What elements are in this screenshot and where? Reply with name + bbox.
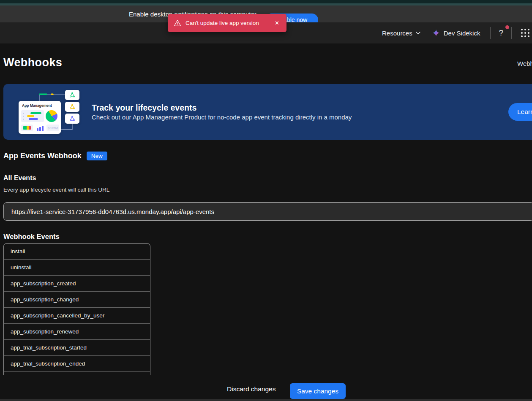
webhook-events-title: Webhook Events: [3, 233, 60, 241]
dev-sidekick-label: Dev Sidekick: [444, 30, 480, 37]
app-events-title: App Events Webhook: [3, 152, 82, 160]
bottom-strip: [0, 399, 532, 401]
banner-illustration: App Management $375M: [15, 89, 85, 135]
dev-sidekick-button[interactable]: Dev Sidekick: [432, 29, 480, 37]
discard-changes-button[interactable]: Discard changes: [227, 385, 276, 393]
webhook-event-row[interactable]: app_trial_subscription_started: [4, 340, 150, 356]
learn-more-button[interactable]: Learn: [508, 103, 532, 121]
resources-menu[interactable]: Resources: [382, 30, 420, 37]
webhook-event-row[interactable]: app_subscription_cancelled_by_user: [4, 308, 150, 324]
webhook-icon-yellow: [65, 102, 79, 112]
app-events-section-header: App Events Webhook New: [3, 152, 107, 160]
promo-subtitle: Check out our App Management Product for…: [92, 114, 352, 121]
sparkle-icon: [432, 29, 440, 37]
save-changes-button[interactable]: Save changes: [290, 383, 346, 399]
webhooks-partial-link[interactable]: Webh: [517, 60, 532, 67]
webhook-event-row[interactable]: app_trial_subscription_ended: [4, 356, 150, 372]
webhook-event-row[interactable]: uninstall: [4, 260, 150, 276]
lifecycle-promo-banner: App Management $375M Track your lifecycl…: [3, 84, 532, 140]
webhook-event-row[interactable]: install: [4, 244, 150, 260]
chevron-down-icon: [416, 32, 420, 35]
header-divider: [511, 27, 512, 39]
webhook-event-row[interactable]: app_subscription_created: [4, 276, 150, 292]
header-divider: [490, 27, 491, 39]
warning-triangle-icon: [174, 19, 181, 27]
promo-title: Track your lifecycle events: [92, 103, 196, 113]
gantt-bars-graphic: [21, 110, 44, 122]
new-badge: New: [87, 152, 107, 160]
webhook-icon-green: [65, 90, 79, 100]
error-toast: Can't update live app version ✕: [168, 14, 286, 32]
all-events-title: All Events: [3, 174, 36, 182]
apps-grid-icon[interactable]: [521, 29, 529, 37]
column-chart-graphic: [35, 125, 45, 131]
help-button[interactable]: ?: [495, 28, 507, 38]
page-title: Webhooks: [3, 56, 62, 69]
illustration-card-title: App Management: [19, 101, 61, 108]
webhook-event-row[interactable]: app_subscription_renewed: [4, 324, 150, 340]
webhook-event-row[interactable]: app_subscription_changed: [4, 292, 150, 308]
close-icon[interactable]: ✕: [273, 19, 281, 27]
stacked-bar-graphic: [21, 125, 33, 131]
webhook-event-row-partial: [4, 372, 150, 375]
notification-dot: [505, 24, 510, 30]
webhook-events-list: install uninstall app_subscription_creat…: [3, 243, 150, 375]
header-right-cluster: Resources Dev Sidekick ?: [382, 22, 529, 43]
webhook-icon-purple: [65, 114, 79, 124]
help-label: ?: [499, 28, 503, 37]
browser-top-strip-dark: [0, 0, 532, 3]
app-management-card: App Management $375M: [19, 101, 61, 134]
webhook-url-input[interactable]: [3, 202, 532, 221]
pie-chart-graphic: [46, 110, 57, 122]
toast-message: Can't update live app version: [186, 20, 259, 26]
all-events-description: Every app lifecycle event will call this…: [3, 187, 109, 193]
resources-label: Resources: [382, 30, 412, 37]
amount-label: $375M: [46, 125, 59, 131]
